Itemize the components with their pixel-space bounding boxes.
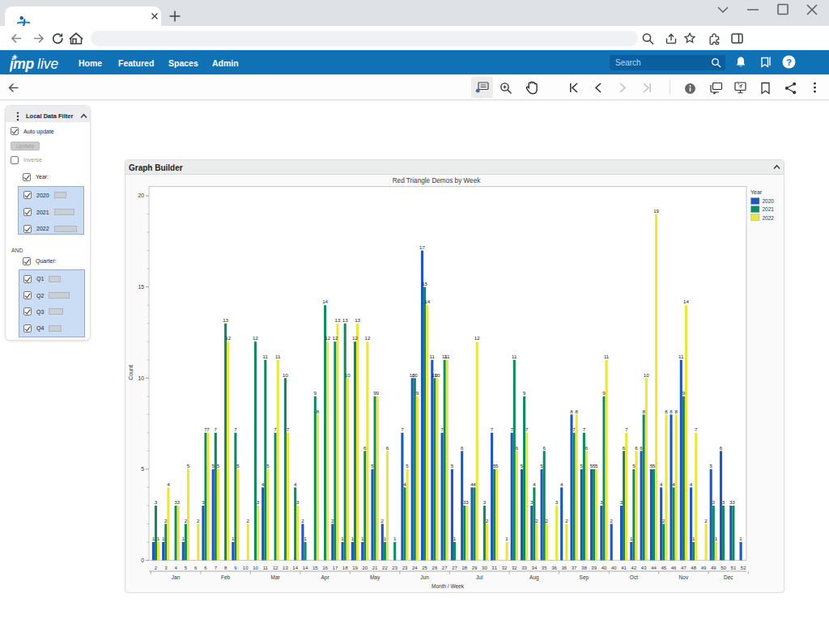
svg-text:12: 12 [474,335,480,341]
svg-text:10: 10 [412,372,418,378]
svg-text:36: 36 [551,566,557,570]
svg-text:4: 4 [560,481,563,487]
svg-text:12: 12 [352,335,358,341]
svg-text:4: 4 [533,481,536,487]
svg-text:6: 6 [542,445,546,451]
svg-text:7: 7 [510,426,513,432]
svg-text:4: 4 [403,481,406,487]
svg-text:12: 12 [325,335,330,341]
svg-text:12: 12 [332,335,338,341]
svg-text:9: 9 [416,390,419,396]
svg-text:7: 7 [525,426,529,432]
svg-text:13: 13 [355,317,360,323]
svg-text:6: 6 [635,445,638,451]
svg-text:4: 4 [660,481,663,487]
svg-text:2: 2 [247,518,250,523]
svg-text:1: 1 [393,536,397,541]
svg-text:7: 7 [401,426,404,432]
svg-text:4: 4 [672,481,675,487]
svg-text:8: 8 [317,409,320,414]
svg-text:5: 5 [495,463,499,468]
svg-text:26: 26 [432,566,438,570]
svg-text:15: 15 [312,566,318,570]
svg-text:11: 11 [263,566,269,570]
svg-text:7: 7 [206,426,210,432]
svg-text:36: 36 [561,566,567,570]
svg-text:5: 5 [187,463,190,468]
svg-text:Year: Year [750,189,763,195]
svg-text:Feb: Feb [221,574,231,580]
svg-text:27: 27 [442,566,448,570]
svg-text:14: 14 [303,566,308,570]
svg-text:10: 10 [283,372,288,378]
svg-text:May: May [370,574,380,581]
svg-text:1: 1 [232,536,235,541]
svg-text:47: 47 [681,566,687,570]
svg-text:5: 5 [653,463,656,468]
svg-text:Month / Week: Month / Week [432,583,465,589]
svg-text:42: 42 [631,566,637,570]
svg-text:10: 10 [243,566,249,570]
svg-text:11: 11 [512,354,517,359]
svg-text:3: 3 [176,499,180,505]
svg-text:1: 1 [505,536,508,541]
svg-text:23: 23 [392,566,397,570]
svg-text:9: 9 [314,390,317,396]
svg-text:1: 1 [384,536,387,541]
svg-text:Nov: Nov [679,574,689,580]
svg-text:4: 4 [690,481,693,487]
svg-text:4: 4 [261,481,265,487]
svg-text:10: 10 [253,566,258,570]
svg-text:15: 15 [138,284,144,290]
svg-text:7: 7 [215,566,218,570]
svg-text:43: 43 [641,566,647,570]
svg-text:49: 49 [711,566,716,570]
svg-text:1: 1 [304,536,307,541]
svg-text:8: 8 [670,409,673,414]
svg-text:5: 5 [521,463,524,468]
svg-text:51: 51 [731,566,737,570]
svg-text:33: 33 [521,566,527,570]
svg-text:3: 3 [712,499,716,505]
svg-text:13: 13 [342,317,348,323]
svg-text:14: 14 [322,299,328,304]
svg-text:4: 4 [294,481,297,487]
svg-text:5: 5 [266,463,270,468]
svg-text:5: 5 [709,463,712,468]
svg-text:2021: 2021 [763,206,775,212]
svg-text:7: 7 [695,426,698,432]
svg-text:Dec: Dec [724,574,733,580]
svg-text:4: 4 [473,481,476,487]
svg-text:5: 5 [406,463,409,468]
svg-text:11: 11 [678,354,684,359]
svg-text:9: 9 [234,566,237,570]
svg-text:2: 2 [610,518,613,523]
svg-text:Mar: Mar [270,574,280,580]
svg-text:6: 6 [194,566,198,570]
svg-text:21: 21 [372,566,378,570]
svg-text:8: 8 [575,409,578,414]
svg-text:12: 12 [273,566,278,570]
svg-text:2: 2 [185,518,188,523]
svg-text:3: 3 [555,499,559,505]
svg-text:11: 11 [430,354,436,359]
svg-text:6: 6 [516,445,519,451]
svg-text:1: 1 [182,536,185,541]
svg-text:5: 5 [580,463,584,468]
svg-text:Aug: Aug [529,574,539,581]
svg-text:Oct: Oct [630,574,638,580]
svg-text:3: 3 [257,499,260,505]
svg-text:9: 9 [682,390,686,396]
svg-text:7: 7 [234,426,237,432]
svg-text:3: 3 [620,499,623,505]
svg-text:6: 6 [623,445,626,451]
svg-text:Apr: Apr [321,574,330,581]
svg-text:5: 5 [540,463,543,468]
svg-text:22: 22 [382,566,388,570]
svg-text:?: ? [786,57,792,67]
svg-text:3: 3 [600,499,603,505]
svg-text:6: 6 [363,445,367,451]
svg-text:10: 10 [138,375,144,381]
svg-text:Jul: Jul [476,574,483,580]
svg-text:4: 4 [174,566,177,570]
